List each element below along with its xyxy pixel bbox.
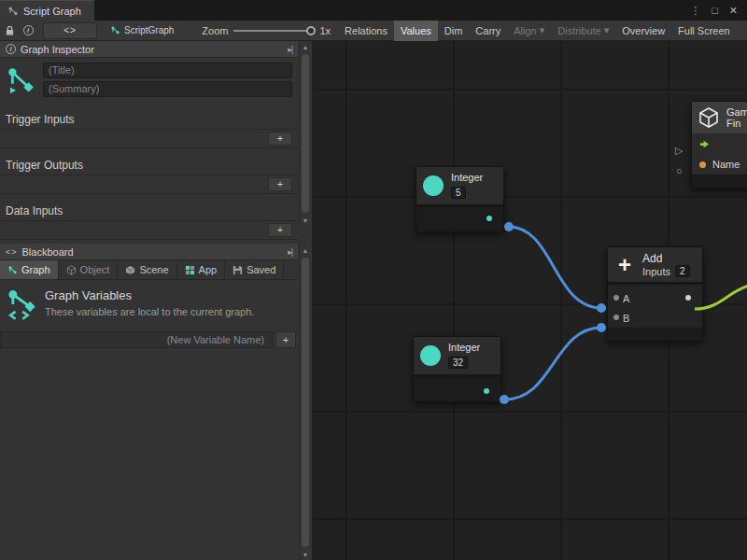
graph-icon bbox=[7, 6, 19, 17]
scene-icon bbox=[125, 265, 135, 275]
add-variable-button[interactable]: + bbox=[275, 331, 296, 348]
scrollbar-thumb[interactable] bbox=[302, 54, 309, 213]
node-footer bbox=[608, 328, 702, 341]
integer-node-32[interactable]: Integer 32 bbox=[413, 336, 501, 402]
flow-arrow-icon bbox=[699, 139, 710, 149]
zoom-slider[interactable] bbox=[233, 26, 314, 35]
scroll-down-icon[interactable]: ▼ bbox=[300, 549, 311, 560]
graph-name-label: ScriptGraph bbox=[124, 25, 174, 35]
distribute-dropdown[interactable]: Distribute ▾ bbox=[551, 21, 615, 41]
tab-scene[interactable]: Scene bbox=[118, 260, 176, 279]
code-view-button[interactable]: <> bbox=[43, 22, 97, 39]
node-footer bbox=[692, 175, 747, 188]
node-title: Add bbox=[642, 252, 690, 265]
lock-icon[interactable] bbox=[0, 21, 19, 40]
scroll-down-icon[interactable]: ▼ bbox=[300, 215, 311, 226]
info-icon[interactable]: i bbox=[19, 21, 37, 40]
chevron-down-icon: ▾ bbox=[604, 24, 610, 36]
title-input[interactable]: (Title) bbox=[43, 63, 292, 78]
toolbar-buttons: Relations Values Dim Carry Align ▾ Distr… bbox=[338, 21, 737, 41]
trigger-port-outline-icon[interactable]: ▷ bbox=[675, 145, 683, 157]
new-variable-input[interactable]: (New Variable Name) bbox=[0, 331, 273, 348]
flow-port-row[interactable] bbox=[692, 133, 747, 154]
summary-input[interactable]: (Summary) bbox=[43, 81, 292, 97]
add-trigger-output-button[interactable]: + bbox=[268, 177, 292, 191]
graph-canvas[interactable]: Integer 5 Integer 32 bbox=[313, 41, 747, 560]
carry-button[interactable]: Carry bbox=[469, 21, 507, 41]
add-node[interactable]: + Add Inputs 2 A B bbox=[607, 246, 703, 342]
integer-value-input[interactable]: 5 bbox=[451, 187, 466, 199]
wire-endpoint[interactable] bbox=[597, 323, 606, 332]
maximize-icon[interactable]: □ bbox=[712, 5, 718, 16]
node-ports: Name bbox=[692, 133, 747, 188]
blackboard-scrollbar[interactable]: ▲ ▼ bbox=[299, 245, 311, 560]
partial-node[interactable]: Gam Fin Name bbox=[691, 101, 747, 189]
window-menu-icon[interactable]: ⋮ bbox=[690, 5, 700, 17]
titlebar: Script Graph ⋮ □ ✕ bbox=[0, 0, 747, 21]
tab-saved[interactable]: Saved bbox=[225, 260, 284, 279]
wire-endpoint[interactable] bbox=[597, 303, 606, 313]
inspector-scrollbar[interactable]: ▲ ▼ bbox=[299, 41, 311, 226]
wire-integer32-to-b[interactable] bbox=[504, 328, 601, 399]
tab-app[interactable]: App bbox=[177, 260, 226, 279]
scroll-up-icon[interactable]: ▲ bbox=[300, 245, 311, 256]
wire-endpoint[interactable] bbox=[504, 222, 514, 231]
tab-graph[interactable]: Graph bbox=[0, 260, 59, 279]
graph-variables-icon bbox=[6, 288, 37, 320]
dim-button[interactable]: Dim bbox=[438, 21, 470, 41]
node-ports: A B bbox=[608, 282, 702, 341]
input-port-a-dot[interactable] bbox=[613, 295, 619, 301]
input-port-b-dot[interactable] bbox=[613, 315, 619, 320]
close-icon[interactable]: ✕ bbox=[729, 5, 738, 17]
zoom-slider-track[interactable] bbox=[233, 30, 314, 32]
string-port-dot[interactable] bbox=[699, 161, 706, 168]
wire-integer5-to-a[interactable] bbox=[509, 227, 601, 308]
node-header[interactable]: Gam Fin bbox=[692, 102, 747, 133]
port-row-b[interactable]: B bbox=[608, 308, 702, 328]
add-trigger-input-button[interactable]: + bbox=[268, 132, 292, 146]
values-button[interactable]: Values bbox=[394, 21, 438, 41]
graph-variables-subtitle: These variables are local to the current… bbox=[45, 306, 254, 317]
node-header[interactable]: Integer 32 bbox=[414, 337, 500, 374]
align-dropdown[interactable]: Align ▾ bbox=[507, 21, 551, 41]
node-title-line2: Fin bbox=[726, 118, 747, 129]
zoom-slider-handle[interactable] bbox=[306, 26, 316, 35]
zoom-control: Zoom 1x bbox=[202, 25, 331, 36]
scrollbar-track[interactable] bbox=[300, 256, 311, 549]
integer-node-5[interactable]: Integer 5 bbox=[416, 166, 504, 232]
dock-icon[interactable]: ▸| bbox=[288, 45, 292, 54]
blackboard-header[interactable]: <> Blackboard ▸| bbox=[0, 244, 298, 260]
window-tab-script-graph[interactable]: Script Graph bbox=[0, 0, 94, 21]
scroll-up-icon[interactable]: ▲ bbox=[300, 41, 311, 52]
inputs-count-input[interactable]: 2 bbox=[675, 265, 690, 277]
output-port-dot[interactable] bbox=[685, 295, 691, 301]
node-header[interactable]: + Add Inputs 2 bbox=[608, 247, 702, 282]
trigger-outputs-list: + bbox=[0, 175, 298, 194]
tab-object[interactable]: Object bbox=[59, 260, 119, 279]
new-variable-row: (New Variable Name) + bbox=[0, 331, 298, 348]
sidebar: i Graph Inspector ▸| (Title) (Summary) T… bbox=[0, 41, 313, 560]
graph-inspector-title: Graph Inspector bbox=[21, 44, 94, 55]
output-port-dot[interactable] bbox=[484, 388, 489, 394]
graph-inspector-header[interactable]: i Graph Inspector ▸| bbox=[0, 41, 298, 58]
dock-icon[interactable]: ▸| bbox=[288, 247, 292, 257]
node-ports bbox=[416, 204, 503, 231]
full-screen-button[interactable]: Full Screen bbox=[671, 21, 737, 41]
value-port-outline-icon[interactable]: ○ bbox=[676, 165, 683, 176]
integer-value-input[interactable]: 32 bbox=[448, 357, 468, 369]
graph-variables-title: Graph Variables bbox=[45, 288, 254, 302]
name-port-row[interactable]: Name bbox=[692, 154, 747, 175]
scrollbar-track[interactable] bbox=[300, 52, 311, 215]
add-data-input-button[interactable]: + bbox=[268, 223, 292, 237]
trigger-outputs-label: Trigger Outputs bbox=[0, 148, 298, 175]
port-row-a[interactable]: A bbox=[608, 288, 702, 308]
node-header[interactable]: Integer 5 bbox=[416, 167, 503, 204]
info-icon: i bbox=[6, 44, 16, 54]
output-port-dot[interactable] bbox=[486, 216, 492, 221]
inputs-label: Inputs bbox=[642, 266, 670, 277]
scrollbar-thumb[interactable] bbox=[302, 258, 309, 547]
cube-icon bbox=[698, 106, 720, 129]
overview-button[interactable]: Overview bbox=[615, 21, 671, 41]
graph-icon bbox=[110, 25, 120, 35]
relations-button[interactable]: Relations bbox=[338, 21, 394, 41]
